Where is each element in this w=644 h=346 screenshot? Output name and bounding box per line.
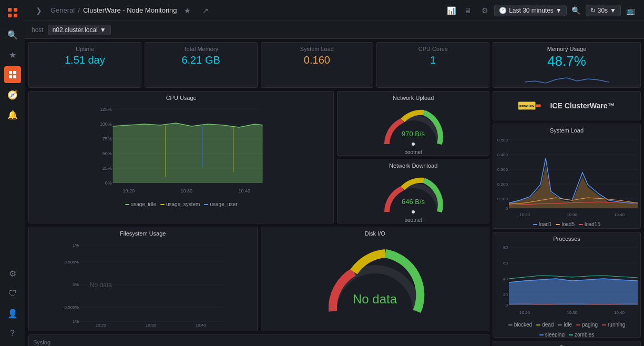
svg-rect-49: [536, 105, 541, 107]
svg-text:-1%: -1%: [71, 319, 79, 324]
left-nav: 🔍 ★ 🧭 🔔 ⚙ 🛡 👤 ?: [0, 0, 25, 346]
total-memory-panel: Total Memory 6.21 GB: [145, 42, 258, 88]
svg-rect-3: [14, 14, 17, 17]
processes-title: Processes: [493, 232, 640, 243]
penguin-logo-panel: PENGUIN SOLUTIONS ICE ClusterWare™: [493, 91, 641, 120]
app-logo: [4, 4, 21, 21]
breadcrumb-title: ClusterWare - Node Monitoring: [83, 6, 177, 14]
uptime-value: 1.51 day: [35, 54, 135, 66]
host-filter-label: host: [32, 26, 44, 34]
svg-text:0.500: 0.500: [497, 138, 508, 143]
svg-rect-1: [14, 8, 17, 12]
processes-panel: Processes 80 60 40 20 0: [493, 232, 641, 337]
time-range-picker[interactable]: 🕐 Last 30 minutes ▼: [494, 5, 567, 16]
refresh-rate-label: 30s: [598, 7, 608, 14]
nav-dashboard-icon[interactable]: [4, 66, 21, 83]
nav-shield-icon[interactable]: 🛡: [4, 285, 21, 302]
svg-rect-2: [8, 14, 12, 17]
processes-legend: blocked dead idle paging running sleepin…: [493, 321, 640, 337]
cpu-legend: usage_idle usage_system usage_user: [29, 200, 333, 210]
svg-marker-20: [113, 123, 263, 183]
stats-row: Uptime 1.51 day Total Memory 6.21 GB Sys…: [28, 42, 641, 88]
svg-text:-0.500%: -0.500%: [63, 305, 79, 310]
share-icon[interactable]: ↗: [198, 3, 213, 18]
memory-usage-title: Memory Usage: [493, 43, 640, 53]
zoom-out-icon[interactable]: 🔍: [569, 3, 584, 18]
nav-search-icon[interactable]: 🔍: [4, 26, 21, 43]
syslog-panel: Syslog: [28, 334, 489, 346]
total-memory-value: 6.21 GB: [151, 54, 251, 66]
favorite-icon[interactable]: ★: [180, 3, 195, 18]
host-value: n02.cluster.local: [53, 26, 98, 34]
bar-chart-icon[interactable]: 📊: [444, 3, 458, 18]
cpu-cores-value: 1: [383, 54, 483, 66]
svg-text:0%: 0%: [105, 180, 112, 186]
svg-text:10:30: 10:30: [567, 212, 578, 217]
refresh-chevron-icon: ▼: [610, 7, 616, 14]
left-column: CPU Usage: [28, 91, 489, 346]
svg-text:10:40: 10:40: [196, 323, 207, 328]
refresh-picker[interactable]: ↻ 30s ▼: [586, 5, 621, 16]
nav-explore-icon[interactable]: 🧭: [4, 86, 21, 103]
system-load-legend: load1 load5 load15: [493, 220, 640, 229]
product-name: ICE ClusterWare™: [550, 101, 615, 110]
time-range-label: Last 30 minutes: [509, 7, 554, 14]
network-download-panel: Network Download 646 B/s bootnet: [337, 159, 489, 223]
svg-text:1%: 1%: [73, 243, 79, 248]
topbar-controls: 📊 🖥 ⚙ 🕐 Last 30 minutes ▼ 🔍 ↻ 30s ▼ 📺: [444, 3, 638, 18]
network-upload-panel: Network Upload: [337, 91, 489, 156]
system-load-chart-panel: System Load 0.500 0.400 0.300 0.200: [493, 124, 641, 229]
host-filter-select[interactable]: n02.cluster.local ▼: [48, 25, 111, 35]
total-memory-label: Total Memory: [151, 46, 251, 52]
filesystem-usage-panel: Filesystem Usage 1% 0.500%: [28, 227, 258, 331]
topbar: ❯ General / ClusterWare - Node Monitorin…: [25, 0, 644, 21]
svg-marker-76: [509, 279, 638, 305]
nav-settings-icon[interactable]: ⚙: [4, 265, 21, 282]
network-download-title: Network Download: [385, 159, 442, 170]
svg-text:50%: 50%: [103, 151, 112, 156]
svg-text:80: 80: [503, 245, 508, 250]
svg-text:10:30: 10:30: [180, 188, 192, 194]
network-upload-title: Network Upload: [389, 91, 438, 102]
svg-text:No data: No data: [353, 292, 397, 306]
cpu-cores-label: CPU Cores: [383, 46, 483, 52]
svg-text:0%: 0%: [73, 282, 79, 287]
svg-text:0.100: 0.100: [497, 197, 508, 201]
tv-icon[interactable]: 📺: [623, 3, 638, 18]
svg-point-27: [412, 143, 415, 146]
cpu-cores-panel: CPU Cores 1: [376, 42, 489, 88]
svg-text:0.300: 0.300: [497, 167, 508, 172]
refresh-icon: ↻: [590, 7, 596, 14]
memory-gauge-panel: Memory Usage 48.7%: [493, 42, 641, 88]
disk-io-title: Disk I/O: [361, 227, 390, 238]
svg-text:No data: No data: [90, 281, 112, 289]
svg-text:SOLUTIONS: SOLUTIONS: [522, 109, 533, 111]
monitor-icon[interactable]: 🖥: [461, 3, 475, 18]
svg-text:10:20: 10:20: [519, 310, 530, 315]
breadcrumb: General / ClusterWare - Node Monitoring …: [50, 3, 439, 18]
svg-text:10:40: 10:40: [614, 212, 625, 217]
clock-icon: 🕐: [499, 7, 507, 14]
svg-text:60: 60: [503, 261, 508, 266]
system-load-stat-label: System Load: [268, 46, 367, 52]
right-column: PENGUIN SOLUTIONS ICE ClusterWare™ Syste…: [493, 91, 641, 346]
svg-text:20: 20: [503, 292, 508, 297]
breadcrumb-general: General: [50, 6, 75, 14]
main-charts-row: CPU Usage: [28, 91, 641, 346]
nav-alert-icon[interactable]: 🔔: [4, 106, 21, 123]
svg-text:75%: 75%: [103, 136, 112, 141]
nav-star-icon[interactable]: ★: [4, 46, 21, 63]
dashboard: Uptime 1.51 day Total Memory 6.21 GB Sys…: [25, 39, 644, 346]
svg-rect-4: [9, 71, 12, 74]
svg-text:PENGUIN: PENGUIN: [519, 104, 535, 108]
svg-text:10:20: 10:20: [122, 188, 135, 194]
cpu-usage-panel: CPU Usage: [28, 91, 334, 223]
nav-user-icon[interactable]: 👤: [4, 305, 21, 322]
gear-icon[interactable]: ⚙: [477, 3, 492, 18]
host-chevron-icon: ▼: [100, 26, 106, 34]
sidebar-toggle[interactable]: ❯: [32, 3, 46, 18]
svg-text:0.400: 0.400: [497, 152, 508, 157]
svg-rect-5: [13, 71, 16, 74]
nav-help-icon[interactable]: ?: [4, 325, 21, 342]
uptime-panel: Uptime 1.51 day: [28, 42, 141, 88]
